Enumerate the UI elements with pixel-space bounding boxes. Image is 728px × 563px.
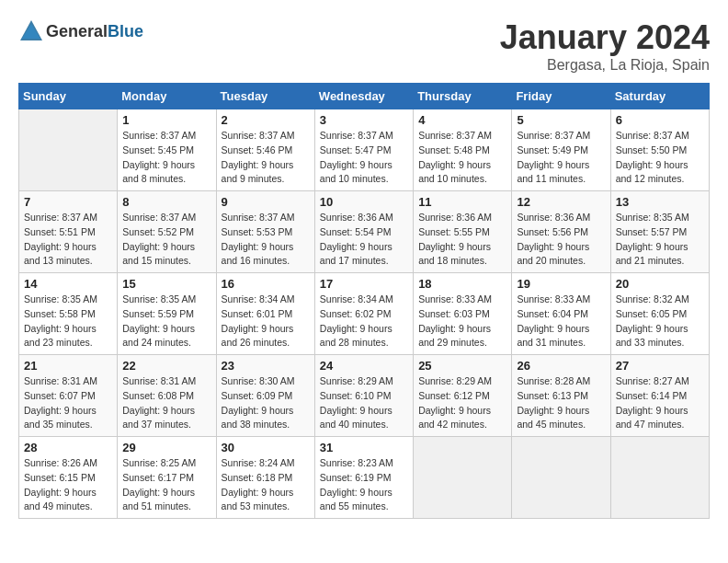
calendar-week-2: 7Sunrise: 8:37 AMSunset: 5:51 PMDaylight… — [19, 191, 710, 273]
day-number: 17 — [320, 277, 408, 291]
day-detail: Sunrise: 8:28 AMSunset: 6:13 PMDaylight:… — [517, 374, 605, 432]
calendar-cell: 31Sunrise: 8:23 AMSunset: 6:19 PMDayligh… — [314, 437, 413, 519]
day-detail: Sunrise: 8:31 AMSunset: 6:08 PMDaylight:… — [122, 374, 210, 432]
day-number: 3 — [320, 113, 408, 127]
svg-marker-1 — [22, 24, 40, 39]
day-number: 18 — [418, 277, 506, 291]
day-number: 6 — [616, 113, 704, 127]
day-detail: Sunrise: 8:37 AMSunset: 5:46 PMDaylight:… — [222, 129, 310, 187]
day-detail: Sunrise: 8:29 AMSunset: 6:12 PMDaylight:… — [418, 374, 506, 432]
day-detail: Sunrise: 8:37 AMSunset: 5:51 PMDaylight:… — [24, 211, 112, 269]
page-header: GeneralBlue January 2024 Bergasa, La Rio… — [18, 18, 710, 74]
calendar-cell — [512, 437, 610, 519]
day-detail: Sunrise: 8:37 AMSunset: 5:50 PMDaylight:… — [616, 129, 704, 187]
logo-text-blue: Blue — [108, 22, 143, 40]
day-detail: Sunrise: 8:35 AMSunset: 5:58 PMDaylight:… — [24, 293, 112, 350]
day-number: 4 — [418, 113, 506, 127]
day-detail: Sunrise: 8:33 AMSunset: 6:04 PMDaylight:… — [517, 293, 605, 350]
header-cell-sunday: Sunday — [19, 84, 118, 109]
day-number: 24 — [320, 359, 408, 373]
day-detail: Sunrise: 8:37 AMSunset: 5:48 PMDaylight:… — [418, 129, 506, 187]
calendar-cell: 26Sunrise: 8:28 AMSunset: 6:13 PMDayligh… — [512, 355, 610, 437]
day-detail: Sunrise: 8:36 AMSunset: 5:55 PMDaylight:… — [418, 211, 506, 269]
day-detail: Sunrise: 8:34 AMSunset: 6:02 PMDaylight:… — [320, 293, 408, 350]
day-number: 30 — [222, 441, 310, 454]
calendar-cell: 12Sunrise: 8:36 AMSunset: 5:56 PMDayligh… — [512, 191, 610, 273]
day-detail: Sunrise: 8:29 AMSunset: 6:10 PMDaylight:… — [320, 374, 408, 432]
day-detail: Sunrise: 8:26 AMSunset: 6:15 PMDaylight:… — [24, 456, 112, 514]
calendar-cell — [414, 437, 512, 519]
logo: GeneralBlue — [18, 18, 143, 44]
day-number: 22 — [122, 359, 210, 373]
calendar-cell: 13Sunrise: 8:35 AMSunset: 5:57 PMDayligh… — [610, 191, 709, 273]
calendar-cell: 1Sunrise: 8:37 AMSunset: 5:45 PMDaylight… — [118, 109, 216, 191]
day-detail: Sunrise: 8:32 AMSunset: 6:05 PMDaylight:… — [616, 293, 704, 350]
day-number: 15 — [122, 277, 210, 291]
calendar-cell: 21Sunrise: 8:31 AMSunset: 6:07 PMDayligh… — [19, 355, 118, 437]
day-number: 19 — [517, 277, 605, 291]
day-number: 10 — [320, 195, 408, 209]
calendar-cell: 10Sunrise: 8:36 AMSunset: 5:54 PMDayligh… — [314, 191, 413, 273]
calendar-table: SundayMondayTuesdayWednesdayThursdayFrid… — [18, 83, 710, 519]
calendar-cell: 9Sunrise: 8:37 AMSunset: 5:53 PMDaylight… — [216, 191, 314, 273]
header-cell-saturday: Saturday — [610, 84, 709, 109]
day-number: 31 — [320, 441, 408, 454]
day-detail: Sunrise: 8:31 AMSunset: 6:07 PMDaylight:… — [24, 374, 112, 432]
day-detail: Sunrise: 8:34 AMSunset: 6:01 PMDaylight:… — [222, 293, 310, 350]
calendar-cell: 17Sunrise: 8:34 AMSunset: 6:02 PMDayligh… — [314, 273, 413, 355]
day-number: 13 — [616, 195, 704, 209]
day-number: 14 — [24, 277, 112, 291]
day-detail: Sunrise: 8:37 AMSunset: 5:45 PMDaylight:… — [122, 129, 210, 187]
day-number: 9 — [222, 195, 310, 209]
day-number: 1 — [122, 113, 210, 127]
calendar-cell: 24Sunrise: 8:29 AMSunset: 6:10 PMDayligh… — [314, 355, 413, 437]
day-number: 5 — [517, 113, 605, 127]
day-detail: Sunrise: 8:37 AMSunset: 5:53 PMDaylight:… — [222, 211, 310, 269]
header-row: SundayMondayTuesdayWednesdayThursdayFrid… — [19, 84, 710, 109]
calendar-cell: 22Sunrise: 8:31 AMSunset: 6:08 PMDayligh… — [118, 355, 216, 437]
header-cell-thursday: Thursday — [414, 84, 512, 109]
day-number: 25 — [418, 359, 506, 373]
calendar-week-3: 14Sunrise: 8:35 AMSunset: 5:58 PMDayligh… — [19, 273, 710, 355]
calendar-cell: 4Sunrise: 8:37 AMSunset: 5:48 PMDaylight… — [414, 109, 512, 191]
calendar-cell: 19Sunrise: 8:33 AMSunset: 6:04 PMDayligh… — [512, 273, 610, 355]
day-number: 28 — [24, 441, 112, 454]
calendar-cell: 30Sunrise: 8:24 AMSunset: 6:18 PMDayligh… — [216, 437, 314, 519]
calendar-subtitle: Bergasa, La Rioja, Spain — [500, 57, 710, 74]
calendar-body: 1Sunrise: 8:37 AMSunset: 5:45 PMDaylight… — [19, 109, 710, 519]
calendar-cell — [19, 109, 118, 191]
day-detail: Sunrise: 8:24 AMSunset: 6:18 PMDaylight:… — [222, 456, 310, 514]
day-detail: Sunrise: 8:35 AMSunset: 5:57 PMDaylight:… — [616, 211, 704, 269]
day-detail: Sunrise: 8:30 AMSunset: 6:09 PMDaylight:… — [222, 374, 310, 432]
day-number: 26 — [517, 359, 605, 373]
day-number: 23 — [222, 359, 310, 373]
calendar-week-4: 21Sunrise: 8:31 AMSunset: 6:07 PMDayligh… — [19, 355, 710, 437]
calendar-title: January 2024 — [500, 18, 710, 57]
day-detail: Sunrise: 8:36 AMSunset: 5:56 PMDaylight:… — [517, 211, 605, 269]
calendar-cell: 14Sunrise: 8:35 AMSunset: 5:58 PMDayligh… — [19, 273, 118, 355]
calendar-week-5: 28Sunrise: 8:26 AMSunset: 6:15 PMDayligh… — [19, 437, 710, 519]
logo-text-general: General — [46, 22, 108, 40]
day-number: 12 — [517, 195, 605, 209]
day-detail: Sunrise: 8:37 AMSunset: 5:49 PMDaylight:… — [517, 129, 605, 187]
calendar-cell: 15Sunrise: 8:35 AMSunset: 5:59 PMDayligh… — [118, 273, 216, 355]
day-number: 27 — [616, 359, 704, 373]
calendar-cell: 16Sunrise: 8:34 AMSunset: 6:01 PMDayligh… — [216, 273, 314, 355]
day-detail: Sunrise: 8:33 AMSunset: 6:03 PMDaylight:… — [418, 293, 506, 350]
day-number: 8 — [122, 195, 210, 209]
calendar-cell: 18Sunrise: 8:33 AMSunset: 6:03 PMDayligh… — [414, 273, 512, 355]
calendar-cell: 3Sunrise: 8:37 AMSunset: 5:47 PMDaylight… — [314, 109, 413, 191]
calendar-cell: 25Sunrise: 8:29 AMSunset: 6:12 PMDayligh… — [414, 355, 512, 437]
day-number: 16 — [222, 277, 310, 291]
calendar-cell: 8Sunrise: 8:37 AMSunset: 5:52 PMDaylight… — [118, 191, 216, 273]
calendar-cell: 27Sunrise: 8:27 AMSunset: 6:14 PMDayligh… — [610, 355, 709, 437]
day-detail: Sunrise: 8:36 AMSunset: 5:54 PMDaylight:… — [320, 211, 408, 269]
calendar-week-1: 1Sunrise: 8:37 AMSunset: 5:45 PMDaylight… — [19, 109, 710, 191]
day-number: 21 — [24, 359, 112, 373]
calendar-cell: 5Sunrise: 8:37 AMSunset: 5:49 PMDaylight… — [512, 109, 610, 191]
day-detail: Sunrise: 8:27 AMSunset: 6:14 PMDaylight:… — [616, 374, 704, 432]
header-cell-wednesday: Wednesday — [314, 84, 413, 109]
day-detail: Sunrise: 8:35 AMSunset: 5:59 PMDaylight:… — [122, 293, 210, 350]
day-number: 29 — [122, 441, 210, 454]
calendar-cell: 7Sunrise: 8:37 AMSunset: 5:51 PMDaylight… — [19, 191, 118, 273]
